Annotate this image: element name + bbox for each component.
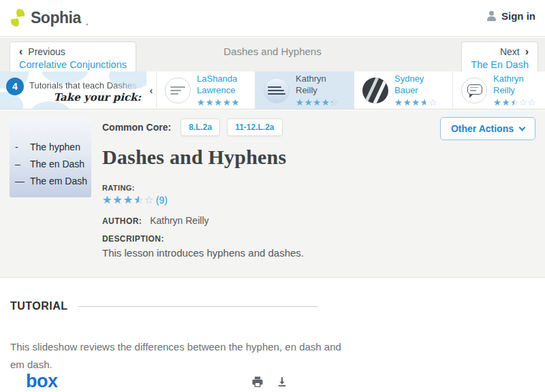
standard-badge-1112l2a[interactable]: 11-12.L.2a: [227, 118, 282, 136]
other-actions-label: Other Actions: [451, 123, 514, 134]
thumbnail-line: – The en Dash: [10, 156, 91, 173]
chevron-right-icon: ›: [525, 47, 529, 56]
tutorial-thumbnail: [165, 78, 191, 103]
lesson-summary-section: - The hyphen – The en Dash — The em Dash…: [0, 110, 545, 278]
description-text: This lesson introduces hyphens and dashe…: [102, 247, 535, 259]
tutorial-carousel: 4 Tutorials that teach Dashes and Take y…: [0, 71, 545, 110]
next-lesson-link: The En Dash: [471, 59, 529, 70]
rating-stars: ☆☆☆☆☆★★★★★: [296, 98, 348, 107]
previous-lesson-button[interactable]: ‹ Previous Correlative Conjunctions: [10, 42, 136, 75]
chevron-left-icon: ‹: [19, 47, 22, 56]
thumbnail-line: - The hyphen: [10, 139, 91, 156]
author-label: AUTHOR:: [102, 216, 142, 226]
brand-trademark-dot: .: [86, 13, 89, 31]
author-name: LaShanda Lawrence: [197, 74, 249, 96]
speech-bubble-icon: [467, 84, 482, 95]
rating-stars: ☆☆☆☆☆★★★★★: [102, 195, 155, 206]
tutorial-card-lashanda-lawrence[interactable]: LaShanda Lawrence ☆☆☆☆☆★★★★★: [156, 71, 255, 109]
page: Sophia . Sign in Dashes and Hyphens ‹ Pr…: [0, 0, 545, 392]
download-icon[interactable]: [276, 375, 288, 391]
lesson-nav-band: Dashes and Hyphens ‹ Previous Correlativ…: [0, 37, 545, 71]
standard-badge-8l2a[interactable]: 8.L.2a: [181, 118, 220, 136]
tutorial-description: This slideshow reviews the differences b…: [10, 338, 351, 374]
description-label: DESCRIPTION:: [102, 234, 535, 244]
lesson-title: Dashes and Hyphens: [102, 146, 535, 169]
thumbnail-line: — The em Dash: [10, 173, 91, 190]
tutorial-heading: TUTORIAL: [10, 300, 68, 312]
tutorial-count-badge: 4: [6, 78, 24, 95]
tutorial-section: TUTORIAL This slideshow reviews the diff…: [0, 278, 545, 392]
next-label: Next: [500, 46, 520, 57]
author-name: Kathryn Reilly: [493, 74, 545, 96]
sophia-logo-icon: [10, 7, 26, 31]
other-actions-button[interactable]: Other Actions: [440, 117, 535, 140]
tutorial-card-kathryn-reilly-2[interactable]: Kathryn Reilly ☆☆☆☆☆★★★★★: [452, 71, 545, 109]
carousel-scroll-left-button[interactable]: ‹: [146, 71, 156, 109]
next-lesson-button[interactable]: Next › The En Dash: [461, 42, 538, 75]
tutorial-thumbnail: [264, 78, 290, 103]
box-logo[interactable]: box: [26, 372, 58, 391]
previous-lesson-link: Correlative Conjunctions: [19, 59, 127, 70]
sign-in-button[interactable]: Sign in: [486, 10, 535, 22]
author-name: Kathryn Reilly: [296, 74, 348, 96]
sign-in-label: Sign in: [501, 10, 535, 22]
carousel-tagline: Take your pick:: [53, 91, 141, 103]
previous-label: Previous: [28, 46, 65, 57]
carousel-promo: 4 Tutorials that teach Dashes and Take y…: [0, 71, 146, 109]
sophia-logo[interactable]: Sophia .: [10, 7, 89, 31]
tutorial-thumbnail: [461, 78, 487, 103]
chevron-down-icon: [519, 124, 526, 131]
rating-stars: ☆☆☆☆☆★★★★★: [493, 98, 545, 107]
lesson-details: Common Core: 8.L.2a 11-12.L.2a Other Act…: [102, 118, 535, 289]
heading-rule: [78, 306, 317, 307]
rating-label: RATING:: [102, 184, 535, 192]
author-name: Kathryn Reilly: [150, 215, 208, 226]
tutorial-thumbnail: [362, 78, 388, 103]
print-icon[interactable]: [251, 375, 264, 391]
chevron-left-icon: ‹: [150, 84, 153, 96]
rating-stars: ☆☆☆☆☆★★★★★: [394, 98, 447, 107]
person-icon: [486, 11, 497, 21]
brand-name: Sophia: [31, 7, 81, 28]
header: Sophia . Sign in: [0, 0, 545, 37]
rating-stars: ☆☆☆☆☆★★★★★: [197, 98, 249, 107]
carousel-heading: Tutorials that teach Dashes and: [29, 80, 144, 91]
document-toolbar: box: [0, 372, 545, 392]
rating-count-link[interactable]: (9): [156, 195, 168, 206]
tutorial-card-sydney-bauer[interactable]: Sydney Bauer ☆☆☆☆☆★★★★★: [354, 71, 452, 109]
author-name: Sydney Bauer: [394, 74, 447, 96]
lesson-thumbnail: - The hyphen – The en Dash — The em Dash: [10, 117, 91, 197]
common-core-label: Common Core:: [102, 122, 171, 133]
tutorial-card-kathryn-reilly-selected[interactable]: Kathryn Reilly ☆☆☆☆☆★★★★★: [255, 71, 354, 109]
